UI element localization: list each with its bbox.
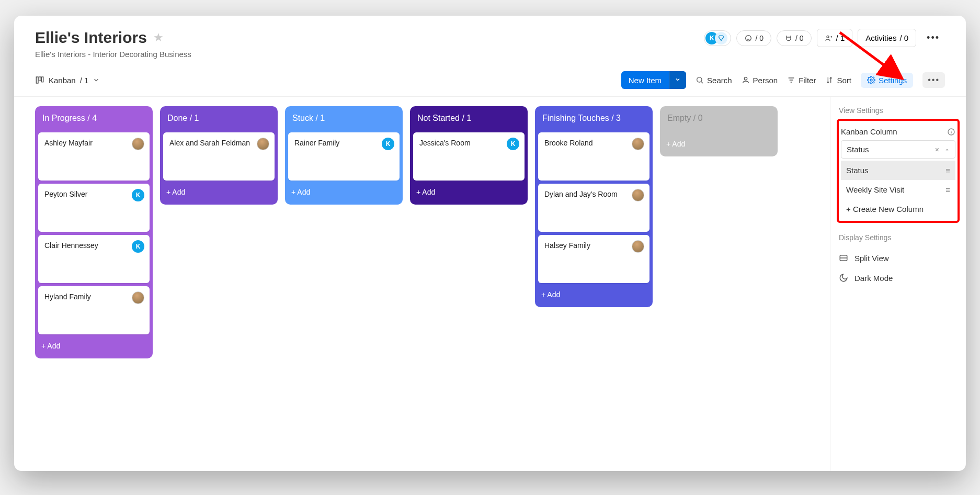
search-button[interactable]: Search xyxy=(696,76,732,85)
card-avatar[interactable]: K xyxy=(132,240,144,253)
user-avatar-guest xyxy=(715,32,727,44)
kanban-column: Done / 1Alex and Sarah Feldman+ Add xyxy=(160,106,278,205)
card-title: Hyland Family xyxy=(44,292,143,301)
kanban-icon xyxy=(35,75,44,85)
kanban-column: Stuck / 1Rainer FamilyK+ Add xyxy=(285,106,403,205)
filter-icon xyxy=(787,76,795,84)
column-body: Ashley MayfairPeyton SilverKClair Hennes… xyxy=(35,129,153,338)
kanban-card[interactable]: Hyland Family xyxy=(38,286,150,334)
info-icon[interactable] xyxy=(947,128,955,136)
column-header[interactable]: Finishing Touches / 3 xyxy=(535,106,653,129)
activities-button[interactable]: Activities / 0 xyxy=(858,29,916,47)
automation-pill[interactable]: / 0 xyxy=(736,30,771,46)
search-icon xyxy=(696,76,704,84)
column-add-button[interactable]: + Add xyxy=(285,184,403,200)
card-avatar[interactable] xyxy=(632,240,644,253)
column-add-button[interactable]: + Add xyxy=(160,184,278,200)
card-avatar[interactable]: K xyxy=(382,138,394,150)
card-title: Jessica's Room xyxy=(419,139,518,147)
settings-button[interactable]: Settings xyxy=(861,73,913,88)
page-subtitle: Ellie's Interiors - Interior Decorating … xyxy=(35,50,945,59)
card-title: Dylan and Jay's Room xyxy=(544,190,643,198)
card-title: Brooke Roland xyxy=(544,139,643,147)
sort-button[interactable]: Sort xyxy=(825,76,851,85)
members-icon xyxy=(825,34,833,42)
column-add-button[interactable]: + Add xyxy=(410,184,528,200)
new-item-caret[interactable] xyxy=(669,71,686,89)
column-body: Alex and Sarah Feldman xyxy=(160,129,278,184)
svg-point-9 xyxy=(870,79,872,81)
view-switcher[interactable]: Kanban / 1 xyxy=(35,75,100,85)
dark-mode-option[interactable]: Dark Mode xyxy=(839,268,958,288)
board-members-pill[interactable]: K xyxy=(704,30,731,46)
card-title: Ashley Mayfair xyxy=(44,139,143,147)
person-button[interactable]: Person xyxy=(742,76,778,85)
card-avatar[interactable]: K xyxy=(132,189,144,201)
column-body: Jessica's RoomK xyxy=(410,129,528,184)
card-avatar[interactable] xyxy=(132,138,144,150)
kanban-card[interactable]: Rainer FamilyK xyxy=(288,132,400,181)
kanban-card[interactable]: Ashley Mayfair xyxy=(38,132,150,181)
column-header[interactable]: Done / 1 xyxy=(160,106,278,129)
svg-point-8 xyxy=(744,77,747,80)
svg-point-7 xyxy=(697,77,702,82)
kanban-card[interactable]: Alex and Sarah Feldman xyxy=(163,132,275,181)
split-view-icon xyxy=(839,253,848,263)
members-button[interactable]: / 1 xyxy=(817,29,853,47)
caret-up-icon xyxy=(944,147,950,152)
toolbar-more-icon[interactable]: ••• xyxy=(922,72,945,88)
robot-icon xyxy=(744,34,753,42)
view-settings-heading: View Settings xyxy=(839,106,958,115)
card-avatar[interactable] xyxy=(257,138,269,150)
new-item-button[interactable]: New Item xyxy=(621,71,686,89)
drag-handle-icon[interactable]: ≡ xyxy=(945,185,950,194)
filter-button[interactable]: Filter xyxy=(787,76,816,85)
kanban-card[interactable]: Jessica's RoomK xyxy=(413,132,525,181)
card-title: Rainer Family xyxy=(294,139,393,147)
column-header[interactable]: Not Started / 1 xyxy=(410,106,528,129)
kanban-card[interactable]: Halsey Family xyxy=(538,235,649,283)
clear-icon[interactable]: × xyxy=(935,145,939,154)
kanban-column-select[interactable]: Status × xyxy=(841,140,955,159)
sort-icon xyxy=(825,76,834,84)
kanban-column: Finishing Touches / 3Brooke RolandDylan … xyxy=(535,106,653,307)
kanban-card[interactable]: Peyton SilverK xyxy=(38,184,150,232)
header-actions: K / 0 / 0 / 1 Activities / 0 ••• xyxy=(704,29,945,47)
kanban-column: In Progress / 4Ashley MayfairPeyton Silv… xyxy=(35,106,153,358)
column-add-button[interactable]: + Add xyxy=(660,136,778,152)
integration-pill[interactable]: / 0 xyxy=(777,30,812,46)
card-avatar[interactable]: K xyxy=(507,138,519,150)
kanban-card[interactable]: Brooke Roland xyxy=(538,132,649,181)
column-add-button[interactable]: + Add xyxy=(535,286,653,303)
create-new-column-link[interactable]: + Create New Column xyxy=(841,199,955,219)
svg-point-2 xyxy=(746,35,751,41)
kanban-column-option[interactable]: Weekly Site Visit≡ xyxy=(841,180,955,199)
column-header[interactable]: Stuck / 1 xyxy=(285,106,403,129)
column-body: Rainer FamilyK xyxy=(285,129,403,184)
card-title: Clair Hennessey xyxy=(44,241,143,250)
column-header[interactable]: In Progress / 4 xyxy=(35,106,153,129)
kanban-card[interactable]: Dylan and Jay's Room xyxy=(538,184,649,232)
card-avatar[interactable] xyxy=(632,189,644,201)
split-view-option[interactable]: Split View xyxy=(839,248,958,268)
column-body xyxy=(660,129,778,136)
kanban-column-option[interactable]: Status≡ xyxy=(841,161,955,180)
star-icon[interactable]: ★ xyxy=(153,31,164,44)
card-avatar[interactable] xyxy=(632,138,644,150)
svg-point-3 xyxy=(827,36,829,38)
svg-rect-4 xyxy=(36,77,38,83)
kanban-card[interactable]: Clair HennesseyK xyxy=(38,235,150,283)
view-toolbar: Kanban / 1 New Item Search Person Filte xyxy=(14,64,966,97)
header-more-icon[interactable]: ••• xyxy=(921,29,945,47)
kanban-column-label: Kanban Column xyxy=(841,127,897,136)
kanban-column-options: Status≡Weekly Site Visit≡ xyxy=(841,161,955,199)
column-add-button[interactable]: + Add xyxy=(35,338,153,354)
card-avatar[interactable] xyxy=(132,291,144,304)
plug-icon xyxy=(784,34,793,42)
column-header[interactable]: Empty / 0 xyxy=(660,106,778,129)
drag-handle-icon[interactable]: ≡ xyxy=(945,166,950,175)
display-settings-heading: Display Settings xyxy=(839,233,958,242)
svg-rect-5 xyxy=(39,77,41,81)
card-title: Halsey Family xyxy=(544,241,643,250)
card-title: Alex and Sarah Feldman xyxy=(169,139,268,147)
